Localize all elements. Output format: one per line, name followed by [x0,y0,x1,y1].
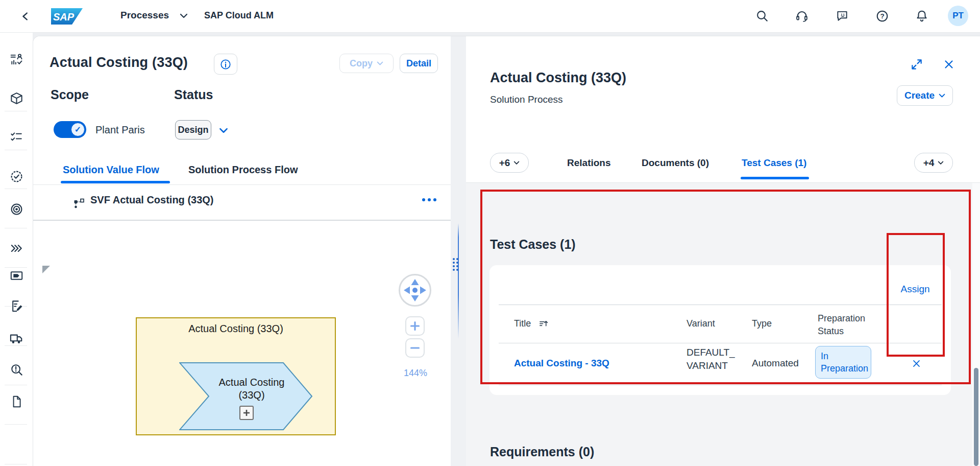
process-title: Actual Costing (33Q) [50,55,188,71]
document-icon [10,395,23,408]
sidebar-item-triple-chevron[interactable] [9,241,24,256]
column-header-title[interactable]: Title [514,318,531,329]
tab-test-cases[interactable]: Test Cases (1) [742,157,806,169]
support-button[interactable] [795,9,809,23]
notifications-button[interactable] [915,9,929,23]
sidebar-item-package[interactable] [9,90,24,106]
search-icon [755,9,769,22]
test-cases-card: Assign Title Variant Type Preparation St… [489,265,951,395]
value-flag-icon [10,269,23,283]
remove-x-icon [912,359,921,368]
canvas-corner-marker-icon [42,266,50,273]
overflow-menu-icon[interactable] [422,198,436,201]
sidebar-item-solution-overview[interactable] [9,52,24,67]
assign-test-case-link[interactable]: Assign [895,284,936,295]
sidebar-item-document[interactable] [9,394,24,409]
value-flow-icon [73,197,85,209]
status-value-label: Design [178,125,208,135]
expand-node-button[interactable] [239,406,254,420]
sidebar-item-target[interactable] [9,201,24,217]
tab-solution-value-flow[interactable]: Solution Value Flow [63,164,159,176]
headset-icon [795,9,808,22]
process-group-node[interactable]: Actual Costing (33Q) Actual Costing (33Q… [136,317,336,435]
diagram-canvas[interactable]: Actual Costing (33Q) Actual Costing (33Q… [33,221,451,466]
svg-text:?: ? [880,12,884,20]
column-header-type[interactable]: Type [752,318,772,329]
scrollbar-thumb[interactable] [974,368,978,466]
detail-button[interactable]: Detail [400,54,438,73]
tabs-overflow-left[interactable]: +6 [490,153,529,173]
full-screen-icon [910,58,923,71]
svf-header-row: SVF Actual Costing (33Q) [33,185,451,221]
expand-panel-button[interactable] [909,57,924,72]
test-case-link[interactable]: Actual Costing - 33Q [514,358,609,369]
sap-logo[interactable]: SAP [51,8,83,25]
shell-header: SAP Processes SAP Cloud ALM ? PT [0,0,980,33]
create-button[interactable]: Create [897,85,953,106]
status-value-pill[interactable]: Design [175,120,211,139]
tab-label: Test Cases (1) [742,157,806,168]
group-node-label: Actual Costing (33Q) [137,318,335,335]
bell-icon [915,9,928,22]
app-title: SAP Cloud ALM [204,10,274,21]
sidebar-item-tasks[interactable] [9,129,24,145]
overflow-left-label: +6 [499,157,510,169]
tabs-overflow-right[interactable]: +4 [914,153,953,173]
zoom-in-button[interactable] [405,316,425,336]
quality-seal-icon [10,170,23,183]
sidebar-item-issue-search[interactable] [9,362,24,377]
sidebar-item-truck[interactable] [9,331,24,346]
truck-icon [9,331,23,345]
close-icon [944,59,954,69]
toggle-check-icon: ✓ [71,123,85,136]
requirements-heading: Requirements (0) [490,445,594,459]
zoom-out-button[interactable] [405,338,425,358]
plus-icon [242,409,251,417]
sidebar-item-value-flag[interactable] [9,268,24,283]
scope-toggle[interactable]: ✓ [54,121,86,138]
nav-context-menu[interactable]: Processes [120,10,169,21]
unassign-test-case-button[interactable] [909,356,923,370]
vertical-scrollbar[interactable] [972,183,980,466]
help-button[interactable]: ? [875,9,889,23]
variant-cell: DEFAULT_VARIANT [687,346,736,372]
splitter-grip-icon[interactable] [453,258,458,271]
detail-panel: Actual Costing (33Q) Solution Process Cr… [466,36,980,466]
avatar-initials: PT [952,11,964,21]
zoom-level-label: 144% [398,368,433,379]
issue-search-icon [10,363,23,377]
close-panel-button[interactable] [942,58,955,71]
process-panel: Actual Costing (33Q) Copy Detail Scope S… [33,36,451,466]
detail-button-label: Detail [406,58,431,69]
sidebar-item-quality-seal[interactable] [9,169,24,184]
column-header-preparation-status[interactable]: Preparation Status [818,312,877,338]
tab-documents[interactable]: Documents (0) [642,157,709,169]
info-button[interactable] [214,54,237,75]
copy-chevron-down-icon [377,61,383,66]
search-button[interactable] [755,9,769,23]
back-chevron-icon [20,11,31,22]
zoom-in-icon [410,321,420,331]
status-chevron-down-icon[interactable] [219,128,228,134]
nav-chevron-down-icon[interactable] [180,13,188,19]
sort-icon[interactable] [538,319,548,329]
active-tab-underline [741,177,809,179]
panel-splitter[interactable] [451,36,466,466]
feedback-button[interactable] [835,9,849,23]
copy-button[interactable]: Copy [339,54,394,73]
process-step-node[interactable]: Actual Costing (33Q) [179,362,313,430]
detail-title: Actual Costing (33Q) [490,70,626,86]
diagram-pan-compass[interactable] [398,273,432,307]
tab-solution-process-flow[interactable]: Solution Process Flow [188,164,298,176]
create-button-label: Create [904,90,935,101]
back-button[interactable] [18,9,33,24]
solution-overview-icon [10,53,23,66]
user-avatar[interactable]: PT [948,6,968,26]
tab-relations[interactable]: Relations [567,157,611,169]
triple-chevron-icon [10,242,23,255]
overflow-chevron-down-icon [938,161,944,165]
type-cell: Automated [752,358,799,369]
sidebar-item-document-edit[interactable] [9,298,24,314]
column-header-variant[interactable]: Variant [687,318,715,329]
test-cases-heading: Test Cases (1) [490,237,576,252]
